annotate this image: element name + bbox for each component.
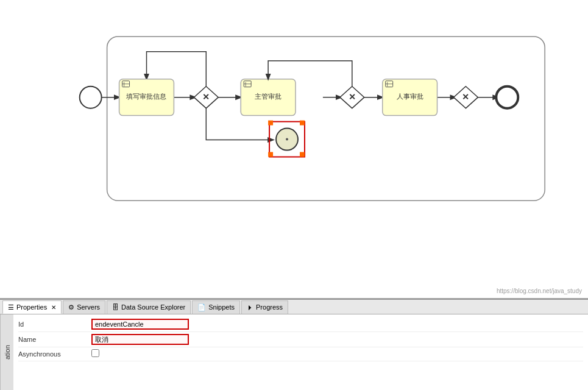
panel-content: ation Id Name Asynchronous — [0, 314, 588, 390]
name-value-container — [91, 334, 583, 345]
tab-datasource-label: Data Source Explorer — [121, 303, 185, 311]
tab-properties-label: Properties — [16, 303, 47, 311]
bottom-panel: ☰ Properties ✕ ⚙ Servers 🗄 Data Source E… — [0, 299, 588, 390]
name-input[interactable] — [91, 334, 189, 345]
svg-rect-34 — [300, 121, 305, 126]
svg-rect-35 — [268, 152, 273, 157]
snippets-icon: 📄 — [197, 303, 206, 311]
servers-icon: ⚙ — [68, 303, 74, 311]
tab-datasource[interactable]: 🗄 Data Source Explorer — [107, 300, 191, 314]
properties-icon: ☰ — [8, 303, 14, 311]
tab-close-icon[interactable]: ✕ — [51, 304, 56, 311]
async-value-container — [91, 349, 583, 359]
tab-progress[interactable]: ⏵ Progress — [241, 300, 288, 314]
prop-row-async: Asynchronous — [18, 347, 583, 361]
id-input[interactable] — [91, 319, 189, 330]
left-label: ation — [0, 314, 13, 390]
name-label: Name — [18, 336, 91, 343]
async-label: Asynchronous — [18, 350, 91, 358]
tab-progress-label: Progress — [256, 303, 283, 311]
tab-snippets-label: Snippets — [208, 303, 235, 311]
tabs-bar: ☰ Properties ✕ ⚙ Servers 🗄 Data Source E… — [0, 300, 588, 314]
svg-text:主管审批: 主管审批 — [255, 93, 282, 100]
progress-icon: ⏵ — [247, 303, 253, 311]
datasource-icon: 🗄 — [112, 303, 119, 311]
properties-table: Id Name Asynchronous — [13, 314, 588, 390]
svg-text:填写审批信息: 填写审批信息 — [126, 93, 166, 100]
svg-text:✕: ✕ — [202, 92, 210, 102]
svg-text:✕: ✕ — [349, 92, 356, 102]
svg-point-31 — [496, 87, 518, 108]
prop-row-id: Id — [18, 317, 583, 332]
prop-row-name: Name — [18, 332, 583, 347]
async-checkbox[interactable] — [91, 349, 99, 357]
svg-text:✕: ✕ — [462, 92, 469, 102]
id-label: Id — [18, 321, 91, 328]
svg-text:人事审批: 人事审批 — [397, 93, 423, 100]
tab-servers-label: Servers — [77, 303, 100, 311]
bpmn-canvas: 填写审批信息 ✕ 主管审批 ✕ 人事审批 ✕ — [0, 0, 588, 299]
svg-rect-36 — [300, 152, 305, 157]
tab-properties[interactable]: ☰ Properties ✕ — [2, 300, 62, 314]
svg-point-9 — [80, 87, 102, 108]
svg-rect-33 — [268, 121, 273, 126]
svg-point-38 — [286, 138, 288, 141]
tab-snippets[interactable]: 📄 Snippets — [192, 300, 240, 314]
svg-rect-0 — [1, 0, 587, 298]
tab-servers[interactable]: ⚙ Servers — [63, 300, 105, 314]
watermark: https://blog.csdn.net/java_study — [497, 288, 582, 294]
id-value-container — [91, 319, 583, 330]
